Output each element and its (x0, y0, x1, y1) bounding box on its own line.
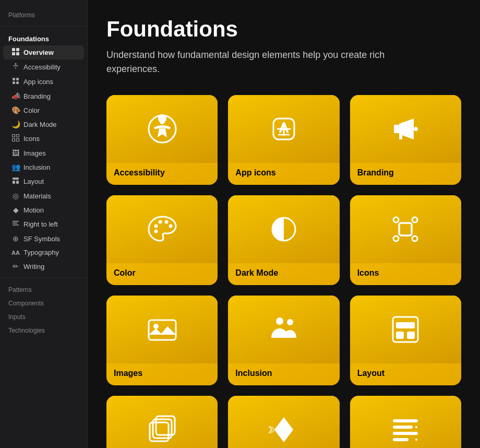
card-branding-label: Branding (350, 163, 461, 185)
card-images[interactable]: Images (106, 296, 218, 385)
card-materials[interactable]: Materials (106, 396, 218, 448)
sidebar-category-technologies[interactable]: Technologies (0, 323, 87, 336)
svg-rect-17 (13, 223, 17, 224)
card-rtl[interactable]: Right to left (350, 396, 461, 448)
svg-rect-7 (13, 81, 15, 84)
sidebar-item-branding[interactable]: 📣 Branding (3, 89, 84, 103)
card-dark-mode[interactable]: Dark Mode (228, 195, 339, 285)
svg-rect-0 (12, 48, 15, 51)
sidebar-item-materials[interactable]: ◎ Materials (3, 189, 84, 203)
card-branding-image (350, 95, 461, 163)
svg-point-30 (169, 225, 172, 228)
images-icon: 🖼 (11, 149, 20, 157)
icons-icon (11, 134, 20, 143)
sidebar-item-accessibility[interactable]: Accessibility (3, 60, 84, 74)
sidebar-item-rtl[interactable]: Right to left (3, 217, 84, 231)
svg-rect-2 (12, 52, 15, 55)
typography-icon: AA (11, 250, 20, 256)
card-rtl-image (350, 396, 461, 448)
accessibility-icon (11, 63, 20, 72)
sidebar-item-motion[interactable]: ◆ Motion (3, 203, 84, 217)
svg-point-41 (287, 319, 293, 325)
color-card-icon (145, 211, 180, 247)
layout-card-icon (388, 312, 423, 347)
card-color[interactable]: Color (106, 195, 218, 285)
sidebar-item-sf-symbols-label: SF Symbols (23, 235, 60, 243)
sidebar-item-rtl-label: Right to left (23, 220, 58, 228)
sidebar-item-inclusion[interactable]: 👥 Inclusion (3, 160, 84, 174)
card-app-icons-image: A (228, 95, 339, 163)
sidebar-item-dark-mode[interactable]: 🌙 Dark Mode (3, 117, 84, 131)
sidebar: Platforms Foundations Overview Accessibi… (0, 0, 88, 448)
app-icons-card-icon: A (266, 111, 302, 147)
main-content: Foundations Understand how fundamental d… (88, 0, 480, 448)
sidebar-divider-2 (0, 277, 87, 278)
card-layout-label: Layout (350, 363, 461, 385)
sidebar-item-writing[interactable]: ✏ Writing (3, 260, 84, 273)
card-layout-image (350, 296, 461, 363)
svg-rect-13 (13, 178, 19, 180)
card-materials-image (106, 396, 218, 448)
materials-icon: ◎ (11, 192, 20, 200)
card-inclusion[interactable]: Inclusion (228, 296, 339, 385)
card-dark-mode-image (228, 195, 339, 263)
sidebar-item-color[interactable]: 🎨 Color (3, 103, 84, 117)
svg-point-40 (276, 317, 283, 325)
section-foundations[interactable]: Foundations (0, 31, 87, 45)
card-icons-label: Icons (350, 263, 461, 285)
card-motion[interactable]: Motion (228, 396, 339, 448)
sidebar-item-materials-label: Materials (23, 192, 51, 200)
svg-rect-49 (393, 419, 418, 422)
svg-rect-15 (16, 181, 19, 184)
page-title: Foundations (106, 17, 461, 42)
card-layout[interactable]: Layout (350, 296, 461, 385)
color-icon: 🎨 (11, 106, 20, 114)
card-app-icons[interactable]: A App icons (228, 95, 339, 185)
sidebar-item-images-label: Images (23, 149, 46, 157)
sidebar-item-icons-label: Icons (23, 135, 40, 143)
svg-point-35 (412, 217, 417, 222)
card-icons[interactable]: Icons (350, 195, 461, 285)
sidebar-item-dark-mode-label: Dark Mode (23, 121, 57, 128)
sidebar-category-patterns[interactable]: Patterns (0, 282, 87, 296)
svg-rect-12 (17, 139, 19, 142)
dark-mode-icon: 🌙 (11, 120, 20, 128)
card-images-image (106, 296, 218, 363)
platform-label[interactable]: Platforms (0, 8, 87, 22)
svg-point-39 (153, 324, 159, 329)
card-dark-mode-label: Dark Mode (228, 263, 339, 285)
sidebar-item-branding-label: Branding (23, 92, 51, 100)
sidebar-item-icons[interactable]: Icons (3, 132, 84, 146)
motion-card-icon (266, 412, 302, 447)
svg-rect-10 (17, 135, 19, 137)
sidebar-category-inputs[interactable]: Inputs (0, 309, 87, 323)
svg-point-34 (393, 217, 399, 222)
card-branding[interactable]: Branding (350, 95, 461, 185)
svg-point-54 (415, 439, 417, 441)
sf-symbols-icon: ⊕ (11, 234, 20, 243)
svg-rect-11 (13, 139, 15, 142)
sidebar-item-layout-label: Layout (23, 178, 44, 185)
sidebar-item-app-icons-label: App icons (23, 78, 53, 86)
svg-rect-33 (399, 223, 412, 235)
sidebar-item-layout[interactable]: Layout (3, 174, 84, 188)
sidebar-item-accessibility-label: Accessibility (23, 63, 61, 71)
writing-icon: ✏ (11, 262, 20, 270)
card-images-label: Images (106, 363, 218, 385)
sidebar-item-typography[interactable]: AA Typography (3, 246, 84, 259)
icons-card-icon (388, 211, 423, 247)
card-motion-image (228, 396, 339, 448)
sidebar-item-app-icons[interactable]: App icons (3, 75, 84, 89)
svg-rect-51 (393, 432, 418, 435)
sidebar-item-sf-symbols[interactable]: ⊕ SF Symbols (3, 232, 84, 245)
card-accessibility[interactable]: Accessibility (106, 95, 218, 185)
sidebar-item-images[interactable]: 🖼 Images (3, 146, 84, 160)
svg-rect-14 (13, 181, 15, 184)
svg-point-23 (160, 119, 165, 124)
sidebar-item-overview[interactable]: Overview (3, 45, 84, 60)
svg-rect-38 (149, 320, 176, 340)
card-accessibility-image (106, 95, 218, 163)
svg-rect-3 (16, 52, 19, 55)
sidebar-divider (0, 26, 87, 27)
sidebar-category-components[interactable]: Components (0, 296, 87, 309)
